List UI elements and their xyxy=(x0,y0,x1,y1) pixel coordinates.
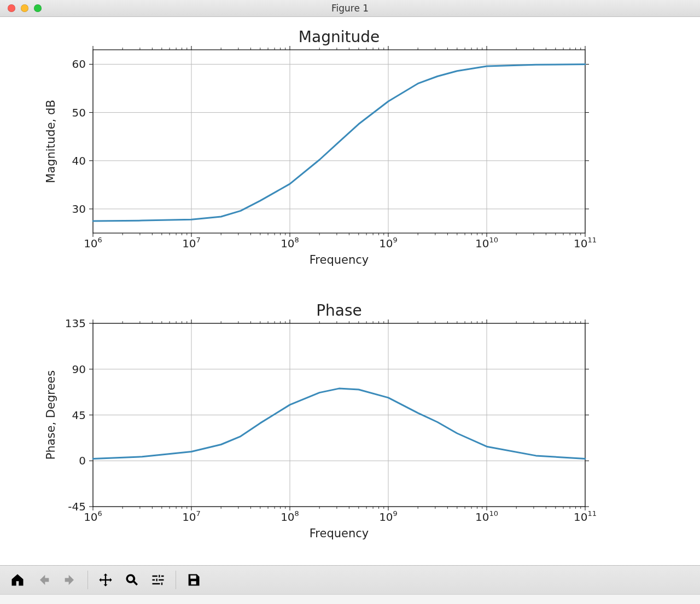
zoom-icon xyxy=(124,572,139,588)
sliders-icon xyxy=(150,572,166,588)
x-tick-label: 109 xyxy=(379,509,398,524)
x-tick-label: 1011 xyxy=(574,236,597,250)
configure-button[interactable] xyxy=(146,569,170,591)
pan-button[interactable] xyxy=(94,569,118,591)
x-axis-label: Frequency xyxy=(310,527,369,540)
y-tick-label: 40 xyxy=(72,154,86,167)
window-title: Figure 1 xyxy=(0,3,700,14)
y-axis-label: Phase, Degrees xyxy=(44,370,57,460)
toolbar-separator xyxy=(176,571,176,589)
figure-svg: Magnitude3040506010610710810910101011Fre… xyxy=(0,17,700,565)
titlebar: Figure 1 xyxy=(0,0,700,17)
x-tick-label: 107 xyxy=(182,236,201,250)
y-tick-label: 90 xyxy=(72,363,86,376)
x-tick-label: 1010 xyxy=(475,236,498,250)
y-tick-label: 0 xyxy=(79,454,86,467)
y-tick-label: 135 xyxy=(65,317,86,330)
y-tick-label: 50 xyxy=(72,106,86,119)
minimize-window-button[interactable] xyxy=(21,4,28,12)
window-controls xyxy=(8,4,42,12)
phase-plot: Phase-450459013510610710810910101011Freq… xyxy=(44,301,597,540)
home-button[interactable] xyxy=(5,569,30,591)
arrow-left-icon xyxy=(36,572,51,588)
zoom-window-button[interactable] xyxy=(34,4,42,12)
home-icon xyxy=(10,572,25,588)
arrow-right-icon xyxy=(62,572,78,588)
y-tick-label: 60 xyxy=(72,57,86,71)
data-line xyxy=(93,388,585,458)
app-window: Figure 1 Magnitude3040506010610710810910… xyxy=(0,0,700,604)
x-axis-label: Frequency xyxy=(310,253,369,266)
x-tick-label: 1011 xyxy=(574,509,597,524)
matplotlib-toolbar xyxy=(0,565,700,594)
toolbar-separator xyxy=(88,571,88,589)
y-tick-label: 30 xyxy=(72,202,86,216)
save-icon xyxy=(186,572,201,588)
save-button[interactable] xyxy=(182,569,206,591)
y-tick-label: 45 xyxy=(72,409,86,422)
forward-button[interactable] xyxy=(58,569,82,591)
x-tick-label: 106 xyxy=(84,509,102,524)
back-button[interactable] xyxy=(32,569,56,591)
move-icon xyxy=(98,572,113,588)
x-tick-label: 108 xyxy=(281,236,299,250)
x-tick-label: 1010 xyxy=(475,509,498,524)
x-tick-label: 107 xyxy=(182,509,201,524)
y-axis-label: Magnitude, dB xyxy=(44,100,57,183)
y-tick-label: -45 xyxy=(68,500,86,513)
x-tick-label: 108 xyxy=(281,509,299,524)
chart-title: Phase xyxy=(316,301,362,320)
statusbar xyxy=(0,594,700,604)
zoom-button[interactable] xyxy=(120,569,144,591)
x-tick-label: 109 xyxy=(379,236,398,250)
data-line xyxy=(93,64,585,221)
figure-canvas[interactable]: Magnitude3040506010610710810910101011Fre… xyxy=(0,17,700,565)
x-tick-label: 106 xyxy=(84,236,102,250)
close-window-button[interactable] xyxy=(8,4,15,12)
chart-title: Magnitude xyxy=(299,28,380,46)
magnitude-plot: Magnitude3040506010610710810910101011Fre… xyxy=(44,28,597,266)
